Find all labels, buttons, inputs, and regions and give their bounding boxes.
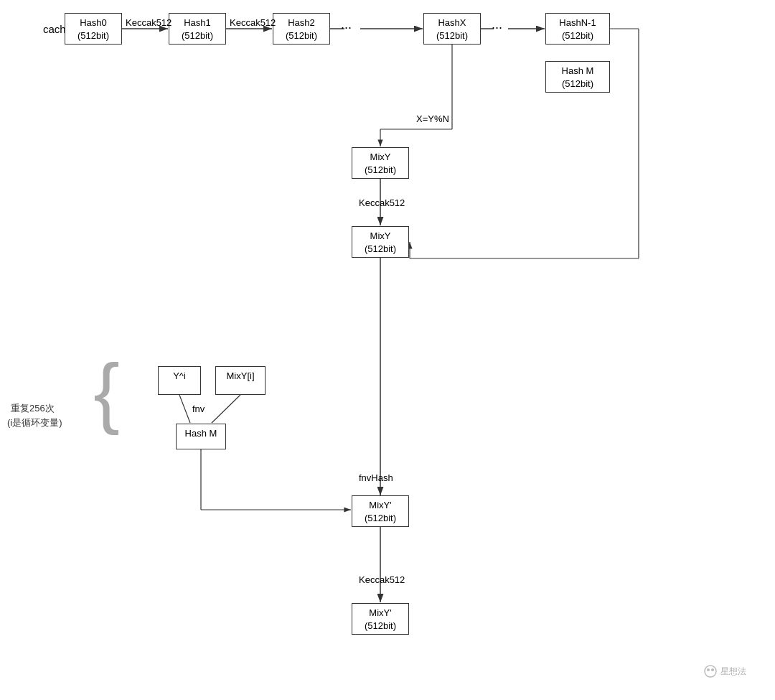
repeat-brace: } xyxy=(93,352,120,431)
hash2-box: Hash2(512bit) xyxy=(273,13,330,45)
keccak512-label-1: Keccak512 xyxy=(126,17,172,28)
hash1-box: Hash1(512bit) xyxy=(169,13,226,45)
svg-line-16 xyxy=(212,395,240,423)
hashn1-box: HashN-1(512bit) xyxy=(545,13,610,45)
keccak512-label-4: Keccak512 xyxy=(359,574,405,585)
hashm2-box: Hash M xyxy=(176,424,226,449)
hashn1-size: (512bit) xyxy=(562,30,593,41)
yi-box: Y^i xyxy=(158,366,201,395)
hashx-box: HashX(512bit) xyxy=(423,13,481,45)
diagram: cache Hash0(512bit) Hash1(512bit) Hash2(… xyxy=(0,0,775,700)
mixyp1-size: (512bit) xyxy=(365,513,396,523)
hashm-size: (512bit) xyxy=(562,78,593,89)
watermark-text: 星想法 xyxy=(720,666,746,678)
mixyp2-box: MixY'(512bit) xyxy=(352,603,409,635)
svg-point-21 xyxy=(705,666,716,677)
hash0-size: (512bit) xyxy=(78,30,109,41)
hash2-size: (512bit) xyxy=(286,30,317,41)
repeat-text2: (i是循环变量) xyxy=(7,416,62,429)
svg-line-15 xyxy=(179,395,190,423)
mixyp2-size: (512bit) xyxy=(365,620,396,631)
xy-n-label: X=Y%N xyxy=(416,113,449,124)
svg-point-22 xyxy=(707,668,710,671)
keccak512-label-2: Keccak512 xyxy=(230,17,276,28)
fnvhash-label: fnvHash xyxy=(359,472,393,483)
mixy1-box: MixY(512bit) xyxy=(352,147,409,179)
mixy2-size: (512bit) xyxy=(365,243,396,254)
mixyi-box: MixY[i] xyxy=(215,366,266,395)
watermark-icon xyxy=(703,664,718,678)
dots2: ··· xyxy=(492,20,502,35)
repeat-text1: 重复256次 xyxy=(11,402,55,415)
watermark: 星想法 xyxy=(703,664,746,678)
keccak512-label-3: Keccak512 xyxy=(359,197,405,208)
mixyp1-box: MixY'(512bit) xyxy=(352,495,409,527)
svg-point-23 xyxy=(711,668,714,671)
hash0-box: Hash0(512bit) xyxy=(65,13,122,45)
hashx-size: (512bit) xyxy=(436,30,468,41)
hash1-size: (512bit) xyxy=(182,30,213,41)
dots1: ··· xyxy=(341,20,352,35)
mixy2-box: MixY(512bit) xyxy=(352,226,409,258)
mixy1-size: (512bit) xyxy=(365,164,396,175)
fnv-label: fnv xyxy=(192,403,205,414)
hashm-box: Hash M(512bit) xyxy=(545,61,610,93)
